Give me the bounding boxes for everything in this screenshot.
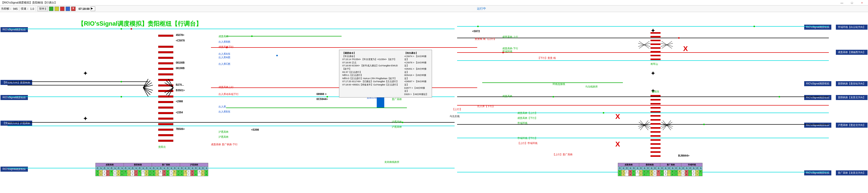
occ-cell: 6 xyxy=(671,173,674,176)
occ-cell: 6 xyxy=(685,170,688,173)
edge-box[interactable]: RIO'sSignal调度模拟 xyxy=(0,27,28,32)
signal-dot[interactable] xyxy=(251,35,253,37)
play-icon[interactable]: ▶ xyxy=(91,6,95,11)
edge-box[interactable]: 贵阳铁路【龙里北方向】 xyxy=(836,95,868,100)
occ-cell xyxy=(173,173,177,176)
track-label: 【上行】贵广高铁 xyxy=(553,153,572,156)
signal-dot[interactable] xyxy=(753,26,755,27)
edge-box[interactable]: 【白云站方向】贵贵铁路 xyxy=(0,80,32,85)
occ-cell: 2 xyxy=(117,170,120,173)
signal-red-icon[interactable] xyxy=(60,6,65,11)
edge-box[interactable]: RIO'sSignal调度模拟 xyxy=(804,95,832,100)
edge-box[interactable]: 贵广高铁【龙里北方向】 xyxy=(836,170,868,175)
occ-hdr: 沪昆高铁 xyxy=(180,163,208,167)
tool-red-icon[interactable]: X xyxy=(71,6,75,11)
signal-dot[interactable] xyxy=(502,52,504,53)
occ-cell xyxy=(142,173,145,176)
signal-green-icon[interactable] xyxy=(49,6,54,11)
edge-box[interactable]: 沪昆高铁【贵定北方向】 xyxy=(836,122,868,128)
edge-box[interactable]: RIO'sSignal调度模拟 xyxy=(804,122,832,128)
signal-dot[interactable] xyxy=(327,96,328,98)
signal-dot[interactable] xyxy=(603,112,604,114)
signal-dot[interactable] xyxy=(121,96,122,98)
train-label: 08190B xyxy=(176,67,185,70)
signal-dot[interactable] xyxy=(226,47,227,48)
signal-dot[interactable] xyxy=(276,55,278,56)
pause-button[interactable]: 暂停 || xyxy=(37,6,48,11)
track-label: 【上行】市域环线 xyxy=(517,141,537,145)
occ-cell: 4 xyxy=(685,173,688,176)
station-throat-guiyangbei[interactable]: 45078> <C5978 08100B 08190B B270... B350… xyxy=(143,35,188,140)
occ-cell: 4 xyxy=(162,173,166,176)
occ-cell: 3 xyxy=(191,173,194,176)
occupancy-table-gyd[interactable]: 成贵高铁贵阳铁路贵广高铁市域环线 西东西东西东西东西东西东西东西东西东西东西东西… xyxy=(618,163,703,176)
panel-line: N章9.5【正点进行】HuKun CRH PingBaNan【处于】 xyxy=(342,77,397,80)
occ-cell: 4 xyxy=(695,170,699,173)
edge-box[interactable]: 成贵高铁【清镇西方向】 xyxy=(836,50,868,55)
panel-line: 【车次调令】 xyxy=(342,55,356,58)
signal-yellow-icon[interactable] xyxy=(55,6,59,11)
signal-dot[interactable] xyxy=(131,28,132,30)
dispatch-info-panel[interactable]: 【调度命令】 【车次调令】 07:15:14 中G354> 【车次变更为】<G2… xyxy=(339,50,432,98)
occ-cell: 3 xyxy=(131,170,134,173)
track-label: 出入库动车组下行 xyxy=(218,92,239,96)
panel-line: <D5401 > 【29分钟接近】 xyxy=(404,67,427,73)
signal-dot[interactable] xyxy=(402,121,403,123)
occ-cell: 7 xyxy=(667,170,671,173)
signal-dot[interactable] xyxy=(121,81,122,82)
occ-cell: 3 xyxy=(622,170,625,173)
occ-cell: 5 xyxy=(187,170,191,173)
edge-box[interactable]: RIO'sSignal调度模拟 xyxy=(804,170,832,175)
signal-dot[interactable] xyxy=(678,37,680,39)
window-maximize-button[interactable]: □ xyxy=(847,0,857,5)
edge-box[interactable]: RIO'sSignal调度模拟 xyxy=(804,81,832,86)
occ-cell: 2 xyxy=(643,170,646,173)
occ-cell xyxy=(699,173,703,176)
occ-cell: 5 xyxy=(650,170,653,173)
occ-cell: 4 xyxy=(142,170,145,173)
occ-cell: 3 xyxy=(106,170,110,173)
occ-cell: 3 xyxy=(636,170,639,173)
occ-cell: 6 xyxy=(632,170,636,173)
edge-box[interactable]: RIO'sSignal调度模拟 xyxy=(0,167,28,172)
edge-box[interactable]: RIO'sSignal调度模拟 xyxy=(804,25,832,30)
signal-dot[interactable] xyxy=(121,28,122,30)
track-line xyxy=(7,29,455,29)
occ-cell: 6 xyxy=(169,173,173,176)
station-throat-guiyangdong[interactable] xyxy=(638,92,673,163)
edge-box[interactable]: RIO'sSignal调度模拟 xyxy=(0,95,28,100)
signal-blue-icon[interactable] xyxy=(66,6,70,11)
signal-dot[interactable] xyxy=(703,123,705,125)
frame-value: 945 xyxy=(13,7,18,10)
edge-box[interactable]: 【安顺西方向】沪昆高铁 xyxy=(0,121,32,126)
track-diagram-canvas[interactable]: 【RIO'sSignal调度模拟】贵阳枢纽【行调台】 RIO'sSignal调度… xyxy=(0,12,868,193)
occ-cell: 4 xyxy=(120,170,124,173)
panel-col1-title: 【调度命令】 xyxy=(342,52,356,54)
occupancy-table-gyb[interactable]: 成贵高铁贵阳铁路贵广高铁沪昆高铁 西东西东西东西东西东西东西东西东西东西东西东西… xyxy=(95,163,208,176)
edge-box[interactable]: 市域环线【白云站方向】 xyxy=(836,25,868,30)
panel-line: 07:16:00 正点 xyxy=(342,61,356,64)
panel-line: <C5978 > 【19分钟接近】 xyxy=(404,61,427,67)
window-close-button[interactable]: × xyxy=(857,0,867,5)
occ-hdr: 贵阳铁路 xyxy=(639,163,660,167)
panel-line: <D8587 > 【39分钟接近】 xyxy=(404,80,427,86)
train-label: <5398 xyxy=(251,128,259,131)
signal-dot[interactable] xyxy=(779,96,780,98)
occ-cell: 4 xyxy=(99,170,103,173)
train-label: B3501> xyxy=(176,89,185,92)
occ-cell: 3 xyxy=(692,170,695,173)
occ-cell: 4 xyxy=(103,173,106,176)
occ-cell: 2 xyxy=(660,173,664,176)
occ-cell: 3 xyxy=(681,173,685,176)
window-minimize-button[interactable]: — xyxy=(837,0,847,5)
occ-cell: 7 xyxy=(674,173,678,176)
status-link[interactable]: 运行中 xyxy=(96,6,867,11)
junction-jiangjunshan[interactable] xyxy=(638,27,673,67)
signal-dot[interactable] xyxy=(553,96,554,98)
panel-line: 07:18:00 <955D1【准备发车】GuiYangBei【正点进行】 xyxy=(342,83,399,86)
signal-dot[interactable] xyxy=(477,26,479,27)
occ-hdr: 市域环线 xyxy=(681,163,703,167)
edge-box[interactable]: 贵阳铁路【贵安站方向】 xyxy=(836,81,868,86)
occ-cell: 6 xyxy=(205,173,208,176)
occ-cell: 5 xyxy=(653,173,657,176)
